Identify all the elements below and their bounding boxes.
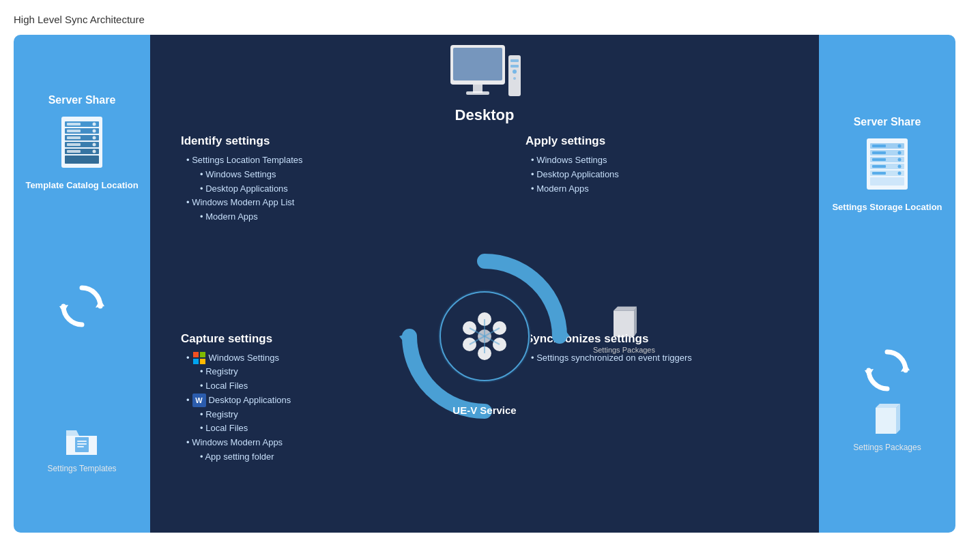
right-bottom-label: Settings Packages bbox=[853, 443, 921, 452]
sync-icon-right bbox=[863, 346, 911, 394]
identify-item-1: Settings Location Templates bbox=[181, 153, 474, 168]
package-icon-inner bbox=[607, 303, 641, 341]
apply-list: Windows Settings Desktop Applications Mo… bbox=[525, 153, 788, 196]
svg-rect-66 bbox=[872, 165, 886, 168]
svg-point-18 bbox=[92, 123, 96, 126]
desktop-computer-icon bbox=[447, 42, 522, 106]
svg-marker-74 bbox=[865, 369, 874, 377]
right-packages-area: Settings Packages bbox=[853, 346, 921, 452]
capture-item-7: Windows Modern Apps bbox=[181, 436, 474, 450]
diagram-wrapper: Server Share bbox=[14, 35, 955, 533]
desktop-header: Desktop bbox=[150, 35, 819, 124]
folder-icon-left bbox=[63, 422, 100, 460]
page-title: High Level Sync Architecture bbox=[14, 14, 966, 25]
svg-point-36 bbox=[513, 70, 517, 74]
left-bottom-label: Settings Templates bbox=[47, 464, 116, 473]
uev-service-center: UE-V Service Settings Packages bbox=[389, 233, 580, 424]
identify-title: Identify settings bbox=[181, 134, 474, 148]
svg-rect-17 bbox=[67, 150, 81, 153]
svg-point-68 bbox=[897, 144, 901, 147]
svg-rect-26 bbox=[77, 441, 87, 442]
svg-point-72 bbox=[897, 171, 901, 175]
svg-rect-38 bbox=[193, 352, 199, 357]
svg-point-22 bbox=[92, 150, 96, 153]
svg-rect-63 bbox=[872, 145, 886, 147]
svg-rect-41 bbox=[200, 359, 205, 364]
svg-rect-28 bbox=[77, 446, 84, 447]
svg-point-37 bbox=[513, 77, 516, 80]
svg-marker-24 bbox=[59, 305, 68, 313]
identify-item-4: Windows Modern App List bbox=[181, 196, 474, 210]
svg-point-20 bbox=[92, 136, 96, 140]
svg-rect-34 bbox=[510, 59, 519, 62]
identify-item-5: Modern Apps bbox=[181, 210, 474, 224]
svg-rect-62 bbox=[870, 177, 904, 186]
svg-rect-30 bbox=[453, 48, 502, 80]
apply-item-2: Desktop Applications bbox=[525, 168, 788, 182]
server-icon-right bbox=[860, 135, 914, 196]
svg-rect-27 bbox=[77, 443, 87, 445]
identify-list: Settings Location Templates Windows Sett… bbox=[181, 153, 474, 224]
sync-icon-left bbox=[58, 282, 106, 330]
package-icon-right bbox=[870, 400, 904, 437]
svg-rect-12 bbox=[65, 155, 99, 164]
right-top-label: Settings Storage Location bbox=[832, 202, 942, 212]
apply-title: Apply settings bbox=[525, 134, 788, 148]
right-server-share: Server Share Setting bbox=[819, 35, 955, 533]
svg-rect-15 bbox=[67, 136, 81, 139]
identify-item-2: Windows Settings bbox=[181, 168, 474, 182]
svg-rect-67 bbox=[872, 172, 886, 175]
desktop-title: Desktop bbox=[455, 106, 515, 124]
svg-point-69 bbox=[897, 151, 901, 154]
svg-rect-65 bbox=[872, 158, 886, 161]
apply-item-3: Modern Apps bbox=[525, 182, 788, 196]
svg-marker-73 bbox=[901, 363, 910, 372]
svg-point-70 bbox=[897, 158, 901, 161]
svg-point-21 bbox=[92, 143, 96, 147]
server-icon-left bbox=[55, 113, 109, 175]
center-area: Desktop Identify settings Settings Locat… bbox=[150, 35, 819, 533]
svg-rect-35 bbox=[510, 65, 519, 68]
svg-rect-40 bbox=[193, 359, 199, 364]
uev-service-svg bbox=[389, 241, 580, 432]
svg-rect-32 bbox=[466, 91, 489, 95]
capture-item-8: App setting folder bbox=[181, 450, 474, 464]
svg-point-71 bbox=[897, 164, 901, 168]
svg-point-19 bbox=[92, 130, 96, 133]
svg-rect-64 bbox=[872, 151, 886, 154]
center-content: Identify settings Settings Location Temp… bbox=[150, 124, 819, 533]
windows-flag-icon bbox=[192, 351, 206, 365]
identify-item-3: Desktop Applications bbox=[181, 182, 474, 196]
svg-rect-16 bbox=[67, 143, 81, 146]
word-icon: W bbox=[192, 394, 206, 407]
settings-packages-right-inner: Settings Packages bbox=[593, 303, 655, 353]
svg-rect-13 bbox=[67, 123, 81, 125]
left-top-label: Template Catalog Location bbox=[25, 180, 138, 190]
uev-service-label: UE-V Service bbox=[452, 404, 516, 416]
svg-rect-14 bbox=[67, 130, 81, 132]
svg-marker-23 bbox=[96, 299, 104, 308]
left-share-title: Server Share bbox=[48, 94, 116, 106]
left-server-share: Server Share bbox=[14, 35, 150, 533]
apply-item-1: Windows Settings bbox=[525, 153, 788, 168]
packages-label-inner: Settings Packages bbox=[593, 345, 655, 353]
right-share-title: Server Share bbox=[854, 116, 921, 128]
svg-rect-39 bbox=[200, 352, 205, 357]
